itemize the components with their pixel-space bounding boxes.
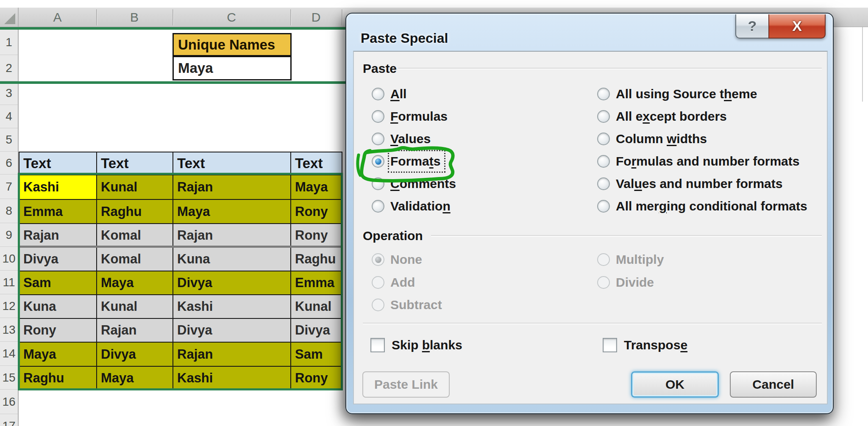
table-cell-r9-c4[interactable]: Rony (290, 223, 342, 248)
radio-icon[interactable] (372, 155, 384, 168)
column-header-a[interactable]: A (19, 8, 96, 27)
operation-group-rule (431, 235, 822, 236)
row-header-7[interactable]: 7 (0, 174, 18, 199)
table-cell-r10-c4[interactable]: Raghu (290, 247, 342, 271)
table-cell-r12-c2[interactable]: Kunal (96, 294, 173, 319)
table-cell-r12-c1[interactable]: Kuna (19, 294, 97, 319)
table-cell-r12-c3[interactable]: Kashi (172, 294, 291, 319)
radio-icon[interactable] (372, 200, 384, 213)
table-cell-r13-c2[interactable]: Rajan (96, 318, 173, 343)
paste-special-dialog: Paste Special ? X Paste Operation Paste … (345, 13, 834, 414)
row-header-10[interactable]: 10 (0, 247, 18, 271)
table-cell-r7-c3[interactable]: Rajan (172, 174, 291, 200)
row-header-8[interactable]: 8 (0, 199, 18, 223)
row-header-1[interactable]: 1 (0, 30, 18, 55)
row-header-17[interactable]: 17 (0, 414, 18, 426)
radio-icon[interactable] (597, 200, 610, 213)
row-header-12[interactable]: 12 (0, 294, 18, 318)
row-header-15[interactable]: 15 (0, 366, 18, 390)
table-cell-r10-c2[interactable]: Komal (96, 247, 173, 271)
table-cell-r15-c1[interactable]: Raghu (19, 366, 97, 390)
table-cell-r8-c1[interactable]: Emma (19, 199, 97, 224)
table-cell-r11-c3[interactable]: Divya (172, 271, 291, 295)
header-cell-row6-col1[interactable]: Text (19, 152, 97, 175)
table-cell-r14-c3[interactable]: Rajan (172, 342, 291, 367)
caption-buttons: ? X (735, 14, 826, 39)
header-cell-row6-col2[interactable]: Text (96, 152, 173, 175)
header-cell-row6-col3[interactable]: Text (172, 152, 291, 175)
table-cell-r10-c1[interactable]: Divya (19, 247, 97, 271)
row-header-16[interactable]: 16 (0, 390, 18, 414)
row-header-9[interactable]: 9 (0, 223, 18, 247)
paste-option-formulas[interactable]: Formulas (372, 107, 448, 126)
table-cell-r8-c3[interactable]: Maya (172, 199, 291, 224)
column-header-c[interactable]: C (172, 8, 290, 27)
table-cell-r9-c2[interactable]: Komal (96, 223, 173, 248)
ok-button[interactable]: OK (631, 371, 719, 398)
table-cell-r14-c1[interactable]: Maya (19, 342, 97, 367)
close-button[interactable]: X (768, 14, 826, 39)
table-cell-r12-c4[interactable]: Kunal (290, 294, 342, 319)
table-cell-r11-c1[interactable]: Sam (19, 271, 97, 295)
table-cell-r15-c2[interactable]: Maya (96, 366, 173, 390)
table-cell-r7-c1[interactable]: Kashi (19, 174, 97, 200)
row-header-11[interactable]: 11 (0, 271, 18, 294)
radio-icon[interactable] (597, 177, 610, 190)
table-cell-r8-c2[interactable]: Raghu (96, 199, 173, 224)
radio-icon[interactable] (597, 88, 610, 100)
radio-icon[interactable] (372, 133, 384, 145)
paste-option-values-and-number-formats[interactable]: Values and number formats (597, 174, 782, 193)
paste-option-comments[interactable]: Comments (372, 174, 456, 193)
row-header-2[interactable]: 2 (0, 55, 18, 81)
table-cell-r7-c4[interactable]: Maya (290, 174, 342, 200)
radio-icon[interactable] (372, 177, 384, 190)
radio-icon[interactable] (372, 110, 384, 123)
green-range-line-row2 (0, 81, 347, 84)
table-cell-r9-c3[interactable]: Rajan (172, 223, 291, 248)
table-cell-r14-c4[interactable]: Sam (290, 342, 342, 367)
paste-option-formulas-and-number-formats[interactable]: Formulas and number formats (597, 152, 799, 171)
checkbox-icon[interactable] (370, 338, 385, 352)
table-cell-r14-c2[interactable]: Divya (96, 342, 173, 367)
table-cell-r15-c3[interactable]: Kashi (172, 366, 291, 390)
row-header-3[interactable]: 3 (0, 81, 18, 105)
table-cell-r9-c1[interactable]: Rajan (19, 223, 97, 248)
close-icon: X (792, 18, 802, 34)
header-cell-row6-col4[interactable]: Text (290, 152, 342, 175)
table-cell-r7-c2[interactable]: Kunal (96, 174, 173, 200)
radio-icon[interactable] (597, 133, 610, 145)
table-cell-r13-c3[interactable]: Divya (172, 318, 291, 343)
radio-icon[interactable] (597, 110, 610, 123)
checkbox-transpose[interactable]: Transpose (603, 336, 687, 354)
table-cell-r11-c2[interactable]: Maya (96, 271, 173, 295)
table-cell-r8-c4[interactable]: Rony (290, 199, 342, 224)
cancel-button[interactable]: Cancel (730, 371, 817, 398)
checkbox-skip-blanks[interactable]: Skip blanks (370, 336, 462, 354)
row-header-6[interactable]: 6 (0, 152, 18, 174)
checkbox-icon[interactable] (603, 338, 617, 352)
paste-option-all[interactable]: All (372, 85, 406, 103)
column-header-d[interactable]: D (290, 8, 342, 27)
radio-icon[interactable] (372, 88, 384, 100)
paste-option-validation[interactable]: Validation (372, 197, 451, 216)
radio-icon[interactable] (597, 155, 610, 168)
cell-c1-unique-names[interactable]: Unique Names (172, 33, 292, 56)
cell-c2-maya[interactable]: Maya (172, 56, 292, 80)
row-header-5[interactable]: 5 (0, 128, 18, 152)
paste-option-values[interactable]: Values (372, 130, 431, 148)
paste-option-all-using-source-theme[interactable]: All using Source theme (597, 85, 757, 103)
paste-option-column-widths[interactable]: Column widths (597, 130, 707, 148)
table-cell-r13-c4[interactable]: Divya (290, 318, 342, 343)
select-all-cell[interactable] (0, 8, 19, 27)
row-header-14[interactable]: 14 (0, 342, 18, 366)
table-cell-r10-c3[interactable]: Kuna (172, 247, 291, 271)
row-header-13[interactable]: 13 (0, 318, 18, 342)
row-header-4[interactable]: 4 (0, 105, 18, 128)
paste-option-all-merging-conditional-formats[interactable]: All merging conditional formats (597, 197, 807, 216)
column-header-b[interactable]: B (96, 8, 172, 27)
table-cell-r15-c4[interactable]: Rony (290, 366, 342, 390)
paste-option-all-except-borders[interactable]: All except borders (597, 107, 727, 126)
help-button[interactable]: ? (735, 14, 768, 39)
table-cell-r13-c1[interactable]: Rony (19, 318, 97, 343)
table-cell-r11-c4[interactable]: Emma (290, 271, 342, 295)
